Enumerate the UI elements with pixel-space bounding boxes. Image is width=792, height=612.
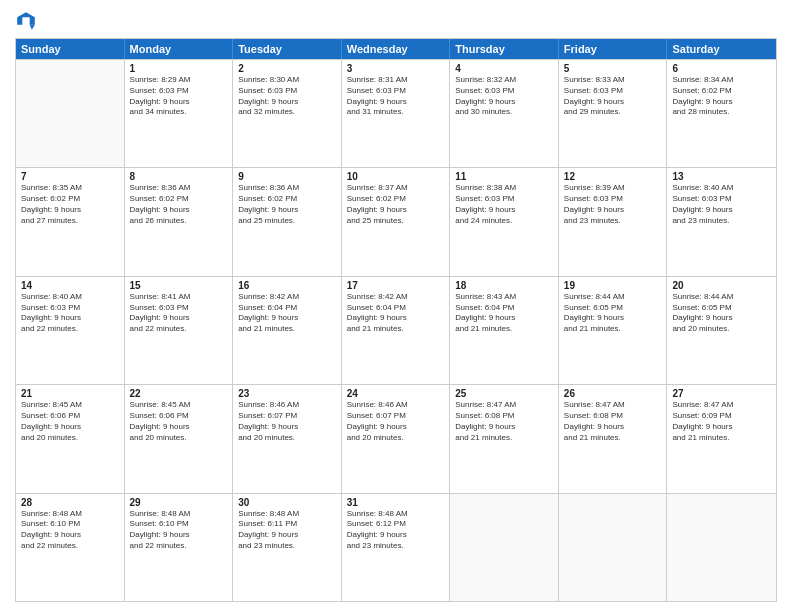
cell-info-line: Sunrise: 8:41 AM bbox=[130, 292, 228, 303]
day-number: 13 bbox=[672, 171, 771, 182]
calendar: SundayMondayTuesdayWednesdayThursdayFrid… bbox=[15, 38, 777, 602]
cell-info-line: Daylight: 9 hours bbox=[21, 313, 119, 324]
cell-info-line: Daylight: 9 hours bbox=[455, 422, 553, 433]
cell-info-line: and 20 minutes. bbox=[130, 433, 228, 444]
calendar-cell: 3Sunrise: 8:31 AMSunset: 6:03 PMDaylight… bbox=[342, 60, 451, 167]
cell-info-line: and 25 minutes. bbox=[347, 216, 445, 227]
day-number: 6 bbox=[672, 63, 771, 74]
cell-info-line: Daylight: 9 hours bbox=[238, 97, 336, 108]
cell-info-line: Daylight: 9 hours bbox=[130, 205, 228, 216]
cell-info-line: Sunset: 6:07 PM bbox=[347, 411, 445, 422]
cell-info-line: Daylight: 9 hours bbox=[672, 313, 771, 324]
calendar-cell: 27Sunrise: 8:47 AMSunset: 6:09 PMDayligh… bbox=[667, 385, 776, 492]
cell-info-line: Sunset: 6:05 PM bbox=[564, 303, 662, 314]
calendar-header-cell: Tuesday bbox=[233, 39, 342, 59]
cell-info-line: and 21 minutes. bbox=[455, 433, 553, 444]
cell-info-line: Daylight: 9 hours bbox=[455, 97, 553, 108]
cell-info-line: Sunset: 6:03 PM bbox=[564, 194, 662, 205]
cell-info-line: Daylight: 9 hours bbox=[130, 422, 228, 433]
cell-info-line: Sunrise: 8:45 AM bbox=[130, 400, 228, 411]
cell-info-line: Sunset: 6:08 PM bbox=[455, 411, 553, 422]
day-number: 12 bbox=[564, 171, 662, 182]
cell-info-line: Sunrise: 8:34 AM bbox=[672, 75, 771, 86]
cell-info-line: Daylight: 9 hours bbox=[238, 313, 336, 324]
calendar-cell: 9Sunrise: 8:36 AMSunset: 6:02 PMDaylight… bbox=[233, 168, 342, 275]
cell-info-line: and 21 minutes. bbox=[347, 324, 445, 335]
calendar-cell: 25Sunrise: 8:47 AMSunset: 6:08 PMDayligh… bbox=[450, 385, 559, 492]
cell-info-line: Sunrise: 8:47 AM bbox=[564, 400, 662, 411]
cell-info-line: and 27 minutes. bbox=[21, 216, 119, 227]
cell-info-line: Sunset: 6:06 PM bbox=[130, 411, 228, 422]
cell-info-line: and 25 minutes. bbox=[238, 216, 336, 227]
cell-info-line: and 24 minutes. bbox=[455, 216, 553, 227]
cell-info-line: Sunrise: 8:44 AM bbox=[672, 292, 771, 303]
calendar-cell: 8Sunrise: 8:36 AMSunset: 6:02 PMDaylight… bbox=[125, 168, 234, 275]
cell-info-line: Sunset: 6:06 PM bbox=[21, 411, 119, 422]
cell-info-line: and 22 minutes. bbox=[130, 541, 228, 552]
calendar-cell: 24Sunrise: 8:46 AMSunset: 6:07 PMDayligh… bbox=[342, 385, 451, 492]
cell-info-line: Sunset: 6:04 PM bbox=[347, 303, 445, 314]
cell-info-line: Daylight: 9 hours bbox=[21, 205, 119, 216]
calendar-row: 28Sunrise: 8:48 AMSunset: 6:10 PMDayligh… bbox=[16, 493, 776, 601]
day-number: 7 bbox=[21, 171, 119, 182]
day-number: 8 bbox=[130, 171, 228, 182]
cell-info-line: Sunset: 6:03 PM bbox=[21, 303, 119, 314]
calendar-cell: 31Sunrise: 8:48 AMSunset: 6:12 PMDayligh… bbox=[342, 494, 451, 601]
cell-info-line: and 22 minutes. bbox=[21, 324, 119, 335]
day-number: 17 bbox=[347, 280, 445, 291]
calendar-header-cell: Saturday bbox=[667, 39, 776, 59]
calendar-cell: 28Sunrise: 8:48 AMSunset: 6:10 PMDayligh… bbox=[16, 494, 125, 601]
day-number: 25 bbox=[455, 388, 553, 399]
day-number: 29 bbox=[130, 497, 228, 508]
calendar-cell: 10Sunrise: 8:37 AMSunset: 6:02 PMDayligh… bbox=[342, 168, 451, 275]
cell-info-line: and 20 minutes. bbox=[672, 324, 771, 335]
cell-info-line: Daylight: 9 hours bbox=[455, 313, 553, 324]
cell-info-line: Sunset: 6:02 PM bbox=[672, 86, 771, 97]
cell-info-line: Sunset: 6:03 PM bbox=[238, 86, 336, 97]
cell-info-line: Sunset: 6:03 PM bbox=[455, 86, 553, 97]
cell-info-line: Sunrise: 8:46 AM bbox=[238, 400, 336, 411]
day-number: 11 bbox=[455, 171, 553, 182]
cell-info-line: Daylight: 9 hours bbox=[347, 205, 445, 216]
cell-info-line: Daylight: 9 hours bbox=[238, 530, 336, 541]
cell-info-line: Sunrise: 8:42 AM bbox=[347, 292, 445, 303]
cell-info-line: and 21 minutes. bbox=[238, 324, 336, 335]
cell-info-line: Daylight: 9 hours bbox=[238, 205, 336, 216]
calendar-cell: 7Sunrise: 8:35 AMSunset: 6:02 PMDaylight… bbox=[16, 168, 125, 275]
day-number: 19 bbox=[564, 280, 662, 291]
cell-info-line: Sunset: 6:10 PM bbox=[130, 519, 228, 530]
cell-info-line: Sunset: 6:11 PM bbox=[238, 519, 336, 530]
cell-info-line: Sunrise: 8:48 AM bbox=[238, 509, 336, 520]
calendar-header: SundayMondayTuesdayWednesdayThursdayFrid… bbox=[16, 39, 776, 59]
cell-info-line: Sunrise: 8:47 AM bbox=[455, 400, 553, 411]
calendar-header-cell: Monday bbox=[125, 39, 234, 59]
calendar-row: 14Sunrise: 8:40 AMSunset: 6:03 PMDayligh… bbox=[16, 276, 776, 384]
calendar-cell: 19Sunrise: 8:44 AMSunset: 6:05 PMDayligh… bbox=[559, 277, 668, 384]
day-number: 10 bbox=[347, 171, 445, 182]
calendar-cell: 4Sunrise: 8:32 AMSunset: 6:03 PMDaylight… bbox=[450, 60, 559, 167]
cell-info-line: Sunrise: 8:39 AM bbox=[564, 183, 662, 194]
cell-info-line: Sunrise: 8:29 AM bbox=[130, 75, 228, 86]
cell-info-line: Sunrise: 8:40 AM bbox=[21, 292, 119, 303]
cell-info-line: and 23 minutes. bbox=[238, 541, 336, 552]
cell-info-line: and 34 minutes. bbox=[130, 107, 228, 118]
cell-info-line: Daylight: 9 hours bbox=[672, 205, 771, 216]
cell-info-line: and 23 minutes. bbox=[672, 216, 771, 227]
calendar-cell: 26Sunrise: 8:47 AMSunset: 6:08 PMDayligh… bbox=[559, 385, 668, 492]
cell-info-line: and 20 minutes. bbox=[238, 433, 336, 444]
cell-info-line: Sunrise: 8:36 AM bbox=[238, 183, 336, 194]
calendar-cell: 23Sunrise: 8:46 AMSunset: 6:07 PMDayligh… bbox=[233, 385, 342, 492]
logo bbox=[15, 10, 41, 32]
cell-info-line: and 21 minutes. bbox=[564, 324, 662, 335]
calendar-cell: 6Sunrise: 8:34 AMSunset: 6:02 PMDaylight… bbox=[667, 60, 776, 167]
cell-info-line: Sunset: 6:12 PM bbox=[347, 519, 445, 530]
cell-info-line: Sunset: 6:09 PM bbox=[672, 411, 771, 422]
day-number: 28 bbox=[21, 497, 119, 508]
cell-info-line: and 21 minutes. bbox=[455, 324, 553, 335]
calendar-cell: 15Sunrise: 8:41 AMSunset: 6:03 PMDayligh… bbox=[125, 277, 234, 384]
cell-info-line: Daylight: 9 hours bbox=[130, 530, 228, 541]
calendar-cell: 29Sunrise: 8:48 AMSunset: 6:10 PMDayligh… bbox=[125, 494, 234, 601]
cell-info-line: Daylight: 9 hours bbox=[347, 97, 445, 108]
cell-info-line: and 26 minutes. bbox=[130, 216, 228, 227]
cell-info-line: and 32 minutes. bbox=[238, 107, 336, 118]
